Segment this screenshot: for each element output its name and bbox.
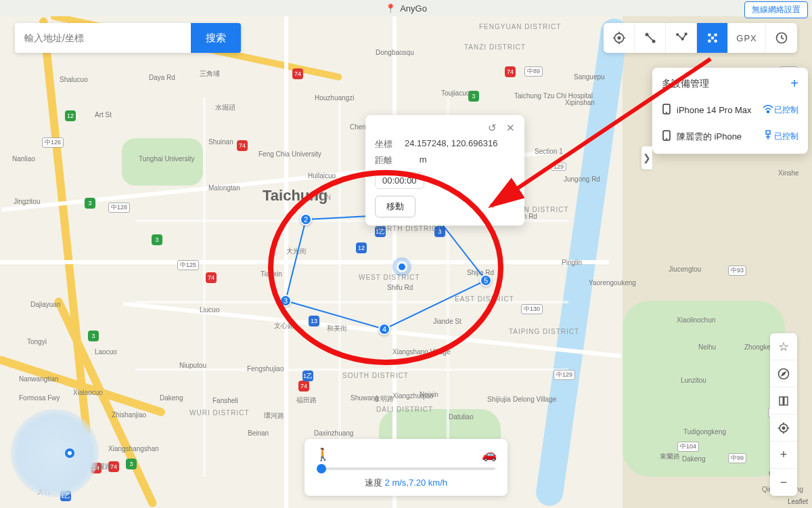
speed-value: 2 m/s,7.20 km/h [385, 478, 447, 488]
map-label: Neixin [420, 391, 438, 398]
device-status: 已控制 [774, 131, 798, 142]
close-icon[interactable]: ✕ [506, 122, 515, 134]
svg-point-15 [714, 33, 717, 37]
map-label: Niuputou [179, 362, 206, 369]
svg-rect-25 [766, 131, 770, 134]
map-label: TANZI DISTRICT [464, 43, 526, 51]
waypoint-2[interactable]: 2 [300, 213, 312, 226]
map-label: 永明路 [374, 394, 394, 404]
map-label: FENGYUAN DISTRICT [479, 23, 561, 30]
jump-teleport-mode[interactable] [697, 23, 728, 53]
timer-field[interactable]: 00:00:00 [375, 172, 424, 189]
map-label: TAIPING DISTRICT [509, 328, 579, 335]
map-label: Daya Rd [149, 74, 175, 81]
network-settings-button[interactable]: 無線網絡設置 [744, 1, 808, 18]
add-device-button[interactable]: + [790, 76, 798, 91]
waypoint-4[interactable]: 4 [378, 323, 390, 335]
map-label: Neihu [698, 343, 716, 351]
map-label: 東蘭路 [660, 452, 680, 461]
map-label: Xiangshang Village [392, 348, 450, 356]
map-label: Datuliao [449, 413, 474, 421]
zoom-in-button[interactable]: + [770, 442, 797, 469]
map-label: Dakeng [682, 455, 705, 463]
map-label: Dongbaosqu [376, 49, 414, 56]
svg-point-14 [708, 33, 711, 37]
map-label: Jiucengtou [669, 266, 701, 273]
map-label: Jiande St [433, 318, 461, 325]
map-label: Yaorengoukeng [589, 279, 636, 287]
map-label: Nanwangtian [19, 375, 58, 383]
device-row[interactable]: 陳麗雲的 iPhone 已控制 [652, 123, 808, 150]
map-label: Huilaicuo [308, 172, 336, 179]
map-label: Jungong Rd [564, 175, 600, 183]
app-title: AnyGo [400, 3, 427, 14]
map-label: Xinshe [778, 169, 799, 177]
svg-point-16 [708, 39, 711, 43]
favorite-button[interactable]: ☆ [770, 333, 797, 360]
device-panel: 多設備管理 + iPhone 14 Pro Max 已控制 陳麗雲的 iPhon… [652, 68, 808, 154]
zoom-out-button[interactable]: − [770, 469, 797, 496]
gpx-mode[interactable]: GPX [728, 23, 766, 53]
usb-icon [762, 130, 774, 143]
phone-icon [662, 104, 671, 117]
compass[interactable] [11, 409, 99, 497]
map-label: Shijiujia [487, 396, 510, 403]
map-label: Tianxin [261, 270, 282, 278]
wifi-icon [762, 104, 774, 116]
svg-point-3 [618, 37, 620, 39]
map-controls: ☆ + − [770, 333, 797, 496]
device-row[interactable]: iPhone 14 Pro Max 已控制 [652, 97, 808, 123]
move-button[interactable]: 移動 [375, 196, 415, 217]
map-label: Tudigongkeng [683, 428, 726, 436]
dist-value: m [420, 154, 427, 167]
speed-slider[interactable] [317, 467, 495, 470]
waypoint-5[interactable]: 5 [480, 274, 492, 287]
map-label: NORTH DISTRICT [376, 225, 442, 232]
map-attribution: Leaflet [788, 498, 808, 505]
map-label: Beinan [248, 429, 269, 437]
speed-label: 速度 [365, 478, 382, 488]
center-button[interactable] [770, 415, 797, 442]
map-label: Dajiayuan [30, 301, 60, 308]
map-label: 文心路 [274, 321, 294, 331]
map-label: Art St [95, 111, 112, 119]
map-label: Toujiacuo [441, 89, 470, 97]
two-spot-mode[interactable] [635, 23, 666, 53]
search-input[interactable] [15, 23, 191, 53]
map-label: Fansheli [212, 397, 238, 404]
mode-toolbar: GPX [604, 23, 797, 53]
layers-button[interactable] [770, 387, 797, 415]
map-label: Xiaolinochun [677, 316, 715, 324]
map-label: Shifu Rd [387, 284, 413, 291]
map-label: Liucuo [200, 306, 219, 314]
walk-icon: 🚶 [315, 447, 330, 462]
waypoint-3[interactable]: 3 [279, 295, 292, 307]
panel-collapse-button[interactable]: ❯ [641, 146, 652, 169]
map-label: Jingzitou [14, 198, 40, 205]
map-label: Zhishanjiao [112, 411, 146, 419]
search-button[interactable]: 搜索 [191, 23, 241, 53]
map-label: Lunzitou [681, 377, 706, 384]
svg-point-17 [714, 39, 717, 43]
map-label: Sanguepu [574, 73, 605, 81]
device-name: 陳麗雲的 iPhone [671, 131, 762, 143]
undo-icon[interactable]: ↺ [488, 122, 497, 134]
map-label: Malongtan [208, 184, 240, 192]
map-label: Tongyi [27, 338, 47, 345]
compass-button[interactable] [770, 360, 797, 387]
teleport-mode[interactable] [604, 23, 635, 53]
car-icon: 🚗 [482, 447, 497, 462]
current-location [397, 261, 407, 272]
map-label: Xialaocuo [73, 389, 103, 396]
map-label: Tunghai University [139, 155, 194, 163]
map-label: Pinglin [562, 259, 582, 266]
map-label: WURI DISTRICT [189, 409, 250, 417]
map-label: Shalucuo [60, 76, 88, 83]
history-button[interactable] [766, 23, 797, 53]
map-label: 環河路 [264, 411, 284, 421]
map-label: Taichung Tzu Chi Hospital [514, 92, 593, 100]
map-label: XITUN [308, 194, 332, 201]
multi-spot-mode[interactable] [666, 23, 697, 53]
map-label: WEST DISTRICT [359, 274, 420, 281]
map-label: Houzhuangzi [315, 94, 354, 102]
